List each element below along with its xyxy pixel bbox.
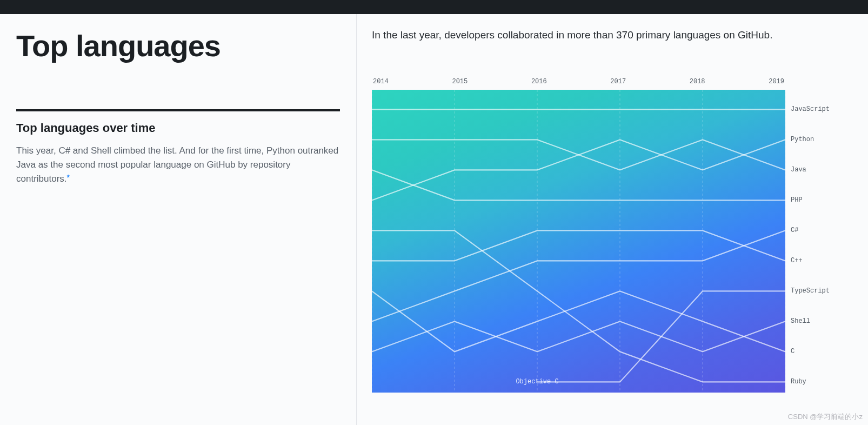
legend-item: C# — [791, 227, 798, 234]
intro-text: In the last year, developers collaborate… — [372, 29, 857, 41]
watermark: CSDN @学习前端的小z — [788, 412, 863, 422]
legend-item: Python — [791, 136, 814, 143]
section-subheading: Top languages over time — [16, 121, 340, 135]
right-column: In the last year, developers collaborate… — [357, 14, 868, 425]
x-tick: 2016 — [531, 78, 547, 85]
chart-lines — [372, 90, 785, 393]
legend-item: C — [791, 348, 794, 355]
content: Top languages Top languages over time Th… — [0, 14, 868, 425]
x-tick: 2019 — [769, 78, 784, 85]
section-body: This year, C# and Shell climbed the list… — [16, 144, 340, 187]
legend: JavaScriptPythonJavaPHPC#C++TypeScriptSh… — [791, 90, 839, 393]
plot-area: Objective C — [372, 90, 785, 393]
x-tick: 2015 — [452, 78, 468, 85]
legend-item: Shell — [791, 317, 810, 325]
legend-item: TypeScript — [791, 287, 830, 295]
legend-item: Java — [791, 166, 806, 174]
divider — [16, 109, 340, 111]
left-column: Top languages Top languages over time Th… — [0, 14, 357, 425]
x-axis: 201420152016201720182019 — [372, 78, 785, 90]
footnote-link[interactable]: * — [67, 173, 70, 182]
section-body-text: This year, C# and Shell climbed the list… — [16, 145, 338, 184]
x-tick: 2018 — [690, 78, 705, 85]
x-tick: 2014 — [373, 78, 389, 85]
topbar — [0, 0, 868, 14]
legend-item: JavaScript — [791, 105, 830, 113]
page-title: Top languages — [16, 29, 340, 63]
legend-item: Ruby — [791, 378, 806, 386]
legend-item: C++ — [791, 257, 803, 264]
chart: 201420152016201720182019 Objective C Jav… — [372, 78, 842, 393]
x-tick: 2017 — [610, 78, 626, 85]
legend-item: PHP — [791, 196, 803, 204]
